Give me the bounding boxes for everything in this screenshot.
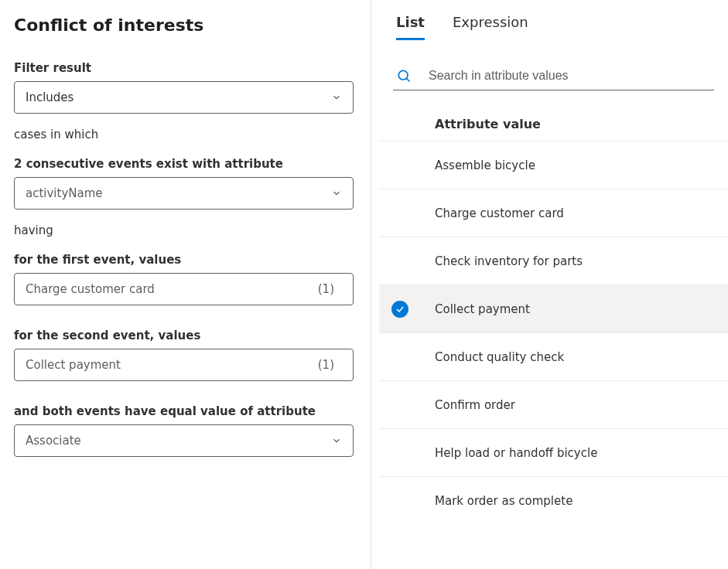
filter-result-dropdown[interactable]: Includes [14, 81, 354, 114]
list-item-label: Mark order as complete [435, 494, 572, 508]
filter-result-label: Filter result [14, 61, 354, 75]
second-event-label: for the second event, values [14, 329, 354, 342]
list-item-label: Conduct quality check [435, 350, 564, 364]
list-item[interactable]: Collect payment [379, 284, 728, 332]
tab-expression[interactable]: Expression [453, 14, 528, 40]
second-event-dropdown[interactable]: Collect payment (1) [14, 349, 354, 381]
list-item[interactable]: Confirm order [379, 380, 728, 428]
search-input[interactable] [429, 69, 711, 83]
chevron-down-icon [331, 435, 342, 446]
second-event-count: (1) [318, 358, 342, 372]
list-item-label: Assemble bicycle [435, 158, 535, 172]
equal-attribute-label: and both events have equal value of attr… [14, 404, 354, 418]
list-item[interactable]: Help load or handoff bicycle [379, 428, 728, 476]
list-item-label: Check inventory for parts [435, 254, 583, 268]
equal-attribute-dropdown[interactable]: Associate [14, 424, 354, 457]
list-item[interactable]: Conduct quality check [379, 332, 728, 380]
consecutive-events-label: 2 consecutive events exist with attribut… [14, 157, 354, 171]
list-item-label: Charge customer card [435, 206, 564, 220]
first-event-count: (1) [318, 282, 342, 296]
consecutive-events-dropdown[interactable]: activityName [14, 177, 354, 210]
first-event-label: for the first event, values [14, 253, 354, 267]
tabs: List Expression [379, 14, 728, 40]
list-item[interactable]: Check inventory for parts [379, 237, 728, 284]
checkmark-icon [391, 301, 408, 318]
svg-point-0 [398, 70, 408, 80]
search-bar [393, 68, 714, 90]
search-icon [396, 68, 412, 83]
list-item[interactable]: Charge customer card [379, 189, 728, 237]
list-item-label: Confirm order [435, 398, 515, 412]
right-panel: List Expression Attribute value Assemble… [371, 0, 728, 569]
chevron-down-icon [331, 188, 342, 199]
filter-result-value: Includes [26, 90, 73, 104]
list-item-label: Help load or handoff bicycle [435, 446, 597, 460]
page-title: Conflict of interests [14, 15, 354, 35]
attribute-value-header: Attribute value [379, 90, 728, 141]
consecutive-events-value: activityName [26, 186, 103, 200]
list-item[interactable]: Assemble bicycle [379, 141, 728, 189]
first-event-value: Charge customer card [26, 282, 155, 296]
list-item-label: Collect payment [435, 302, 530, 316]
second-event-value: Collect payment [26, 358, 121, 372]
first-event-dropdown[interactable]: Charge customer card (1) [14, 273, 354, 305]
svg-line-1 [406, 78, 409, 81]
attribute-value-list: Assemble bicycle Charge customer card Ch… [379, 141, 728, 569]
tab-list[interactable]: List [396, 14, 425, 40]
list-item[interactable]: Mark order as complete [379, 476, 728, 524]
chevron-down-icon [331, 92, 342, 103]
text-having: having [14, 223, 354, 237]
text-cases-in-which: cases in which [14, 128, 354, 141]
equal-attribute-value: Associate [26, 434, 81, 448]
left-panel: Conflict of interests Filter result Incl… [0, 0, 371, 569]
